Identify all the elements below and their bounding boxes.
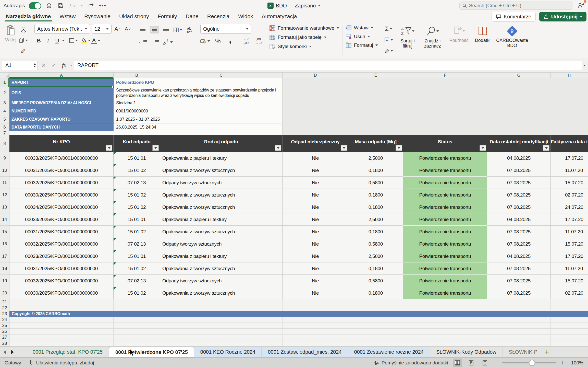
cell-G11[interactable]: 07.08.2025 bbox=[487, 177, 551, 189]
zoom-out-button[interactable]: − bbox=[494, 360, 498, 366]
cell-G27[interactable] bbox=[487, 335, 551, 340]
cell-F13[interactable]: Potwierdzenie transportu bbox=[403, 201, 487, 213]
cell-C15[interactable]: Opakowania z tworzyw sztucznych bbox=[160, 226, 283, 238]
row-header-20[interactable]: 20 bbox=[0, 287, 9, 299]
cell-G18[interactable]: 07.08.2025 bbox=[487, 262, 551, 275]
cell-C9[interactable]: Opakowania z papieru i tektury bbox=[160, 152, 283, 164]
view-page-break-button[interactable] bbox=[480, 359, 489, 367]
row-header-2[interactable]: 2 bbox=[0, 87, 9, 99]
autosave-toggle[interactable] bbox=[29, 2, 41, 9]
cell-D20[interactable]: Nie bbox=[283, 287, 348, 299]
bold-button[interactable]: B bbox=[34, 36, 43, 45]
cell-F22[interactable] bbox=[403, 305, 487, 311]
cell-G24[interactable] bbox=[487, 317, 551, 323]
view-layout-button[interactable] bbox=[467, 359, 476, 367]
filter-button[interactable] bbox=[341, 145, 347, 151]
cell-C28[interactable] bbox=[160, 340, 283, 347]
increase-decimal-button[interactable]: ←,0,00 bbox=[242, 37, 251, 45]
cell-A22[interactable] bbox=[9, 305, 114, 311]
cell-F20[interactable]: Potwierdzenie transportu bbox=[403, 287, 487, 299]
cell-B22[interactable] bbox=[114, 305, 160, 311]
filter-button[interactable] bbox=[480, 145, 486, 151]
tab-recenzja[interactable]: Recenzja bbox=[203, 13, 234, 22]
row-header-1[interactable]: 1 bbox=[0, 78, 9, 87]
cell-B4[interactable]: 0001/000000000 bbox=[114, 107, 283, 115]
view-normal-button[interactable] bbox=[453, 359, 462, 367]
row-header-5[interactable]: 5 bbox=[0, 115, 9, 123]
sheet-tab-1[interactable]: 0001 Przegląd stat. KPO 07'25 bbox=[27, 347, 109, 357]
cell-H14[interactable]: 17.07.20 bbox=[551, 213, 588, 226]
format-cells-button[interactable]: Formatuj bbox=[346, 42, 378, 48]
name-box[interactable]: A1 bbox=[2, 61, 38, 70]
cell-H19[interactable]: 15.07.20 bbox=[551, 275, 588, 287]
cell-G25[interactable] bbox=[487, 323, 551, 329]
cell-H9[interactable]: 17.07.20 bbox=[551, 152, 588, 164]
cell-E22[interactable] bbox=[348, 305, 403, 311]
cell-E20[interactable]: 0,1800 bbox=[348, 287, 403, 299]
cell-F14[interactable]: Potwierdzenie transportu bbox=[403, 213, 487, 226]
formula-input[interactable]: RAPORT bbox=[74, 61, 582, 70]
cell-E9[interactable]: 2,5000 bbox=[348, 152, 403, 164]
cell-B6[interactable]: 26.08.2025, 15:24:34 bbox=[114, 123, 283, 131]
sort-filter-button[interactable]: AZ Sortuj i filtruj bbox=[397, 25, 418, 49]
cell-H26[interactable] bbox=[551, 329, 588, 335]
select-all-corner[interactable] bbox=[0, 73, 9, 78]
cell-A2[interactable]: OPIS bbox=[9, 87, 114, 99]
cell-F15[interactable]: Potwierdzenie transportu bbox=[403, 226, 487, 238]
zoom-level[interactable]: 100% bbox=[569, 360, 583, 366]
cell-D28[interactable] bbox=[283, 340, 348, 347]
cell-F11[interactable]: Potwierdzenie transportu bbox=[403, 177, 487, 189]
carbo-addin-button[interactable]: CARBOOwaste BDO bbox=[493, 24, 531, 56]
row-header-22[interactable]: 22 bbox=[0, 305, 9, 311]
cell-G13[interactable]: 07.08.2025 bbox=[487, 201, 551, 213]
font-name-select[interactable]: Aptos Narrow (Tek... bbox=[34, 24, 90, 34]
cell-D19[interactable]: Nie bbox=[283, 275, 348, 287]
cell-D11[interactable]: Nie bbox=[283, 177, 348, 189]
cell-B13[interactable]: 15 01 02 bbox=[114, 201, 160, 213]
table-header-5[interactable]: Masa odpadu [Mg] bbox=[348, 135, 403, 152]
row-header-16[interactable]: 16 bbox=[0, 238, 9, 250]
zoom-in-button[interactable]: + bbox=[560, 360, 564, 366]
people-icon[interactable] bbox=[577, 2, 584, 10]
row-header-21[interactable]: 21 bbox=[0, 299, 9, 305]
cell-G26[interactable] bbox=[487, 329, 551, 335]
text-orientation-button[interactable]: ab↗ bbox=[162, 38, 173, 47]
add-sheet-button[interactable]: + bbox=[541, 347, 553, 357]
zoom-slider[interactable] bbox=[502, 362, 556, 363]
format-painter-button[interactable] bbox=[19, 47, 28, 55]
row-header-25[interactable]: 25 bbox=[0, 323, 9, 329]
tab-wstaw[interactable]: Wstaw bbox=[55, 13, 80, 22]
percent-button[interactable]: % bbox=[214, 37, 222, 45]
cell-B24[interactable] bbox=[114, 317, 160, 323]
row-header-18[interactable]: 18 bbox=[0, 262, 9, 275]
row-header-26[interactable]: 26 bbox=[0, 329, 9, 335]
cell-C13[interactable]: Opakowania z tworzyw sztucznych bbox=[160, 201, 283, 213]
cell-A14[interactable]: 00033/2025/KPO/0001/000000000 bbox=[9, 213, 114, 226]
cell-E26[interactable] bbox=[348, 329, 403, 335]
cell-H15[interactable]: 11.07.20 bbox=[551, 226, 588, 238]
cell-A27[interactable] bbox=[9, 335, 114, 340]
merge-cells-button[interactable] bbox=[174, 26, 182, 34]
cell-D16[interactable]: Nie bbox=[283, 238, 348, 250]
table-header-1[interactable]: Nr KPO bbox=[9, 135, 114, 152]
zoom-slider-knob[interactable] bbox=[529, 360, 535, 366]
cell-B16[interactable]: 07 02 13 bbox=[114, 238, 160, 250]
cell-G16[interactable]: 07.08.2025 bbox=[487, 238, 551, 250]
sensitivity-button[interactable]: Poufność bbox=[447, 24, 471, 56]
sheet-tab-5[interactable]: 0001 Zestawienie roczne 2024 bbox=[348, 347, 430, 357]
share-button[interactable]: Udostępnij bbox=[539, 12, 586, 21]
cell-E17[interactable]: 2,5000 bbox=[348, 250, 403, 262]
home-icon[interactable] bbox=[45, 2, 53, 9]
column-header-A[interactable]: A bbox=[9, 73, 114, 78]
cell-F12[interactable]: Potwierdzenie transportu bbox=[403, 189, 487, 201]
row-header-28[interactable]: 28 bbox=[0, 340, 9, 347]
row-header-15[interactable]: 15 bbox=[0, 226, 9, 238]
cell-H20[interactable]: 02.07.20 bbox=[551, 287, 588, 299]
cell-B2[interactable]: Szczegółowe zestawienie kart przekazania… bbox=[114, 87, 283, 99]
cell-H18[interactable]: 11.07.20 bbox=[551, 262, 588, 275]
cell-H12[interactable]: 02.07.20 bbox=[551, 189, 588, 201]
cell-A25[interactable] bbox=[9, 323, 114, 329]
row-header-12[interactable]: 12 bbox=[0, 189, 9, 201]
cell-E25[interactable] bbox=[348, 323, 403, 329]
row-header-24[interactable]: 24 bbox=[0, 317, 9, 323]
